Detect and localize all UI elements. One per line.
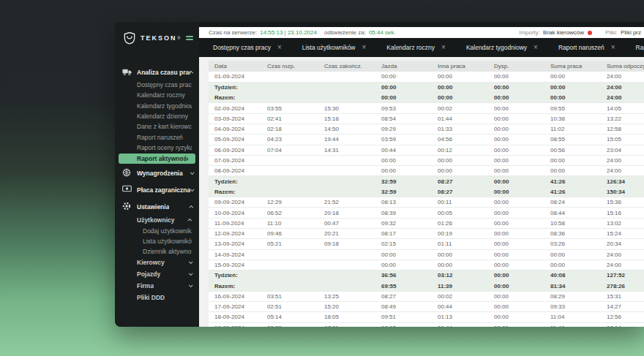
table-cell: 12:29 (267, 197, 324, 208)
tab-close-icon[interactable]: × (611, 44, 615, 51)
imports-label: Importy: (519, 29, 540, 36)
tab-close-icon[interactable]: × (362, 44, 367, 51)
table-cell: Razem: (209, 186, 267, 197)
sidebar-item-label: Analiza czasu pracy (137, 69, 190, 76)
table-cell: 08:27 (381, 291, 438, 301)
files-value[interactable]: Pliki prz (621, 29, 641, 36)
sidebar-item-pliki-ddd[interactable]: Pliki DDD (115, 292, 199, 303)
sidebar-item-dziennik-aktywności[interactable]: Dziennik aktywności (115, 246, 199, 257)
sidebar-item-label: Dziennik aktywności (143, 248, 192, 255)
table-cell: 14:05 (607, 103, 644, 113)
tab-raport-naruszeń[interactable]: Raport naruszeń× (548, 38, 626, 57)
table-row-05-09-2024[interactable]: 05-09-202404:2319:4403:5904:5600:0008:55… (209, 135, 644, 145)
table-cell: 09:32 (381, 218, 438, 228)
table-cell: 02:15 (381, 239, 438, 249)
sidebar-item-label: Raport naruszeń (137, 134, 183, 141)
table-cell: Tydzień: (209, 176, 267, 186)
sidebar-item-kalendarz-roczny[interactable]: Kalendarz roczny (115, 90, 199, 100)
table-row-10-09-2024[interactable]: 10-09-202406:5220:1808:3900:0500:0008:44… (209, 208, 644, 218)
sidebar-item-dane-z-kart-kierowców[interactable]: Dane z kart kierowców (115, 121, 199, 132)
table-cell (267, 281, 324, 291)
table-cell: 15:36 (607, 197, 644, 208)
sidebar-item-dodaj-użytkownika[interactable]: Dodaj użytkownika (115, 226, 199, 236)
tab-dostępny-czas-pracy[interactable]: Dostępny czas pracy× (203, 38, 292, 57)
table-row-08-09-2024[interactable]: 08-09-202400:0000:0000:0000:0024:00 (209, 166, 644, 176)
table-cell: 00:47 (324, 218, 381, 228)
column-header-suma-odpoczynku: Suma odpoczynku (607, 61, 644, 72)
table-cell: 24:00 (607, 155, 644, 165)
table-cell: 20:34 (607, 239, 644, 249)
table-row-12-09-2024[interactable]: 12-09-202409:4620:2108:1700:1900:0008:36… (209, 228, 644, 238)
sidebar-item-kalendarz-dzienny[interactable]: Kalendarz dzienny (115, 111, 199, 121)
sidebar-item-dostępny-czas-pracy[interactable]: Dostępny czas pracy (115, 80, 199, 90)
table-cell: 00:00 (494, 270, 550, 281)
table-row-17-09-2024[interactable]: 17-09-202402:5115:2008:4900:4400:0009:33… (209, 302, 644, 312)
table-cell: 69:55 (381, 281, 438, 291)
table-row-02-09-2024[interactable]: 02-09-202403:5515:3009:5300:0200:0009:55… (209, 103, 644, 113)
table-row-18-09-2024[interactable]: 18-09-202405:1418:0509:5101:1300:0011:04… (209, 312, 644, 322)
table-cell: 00:00 (550, 166, 607, 176)
table-cell: 00:11 (438, 197, 494, 208)
table-row-13-09-2024[interactable]: 13-09-202405:2109:1802:1501:1100:0003:26… (209, 239, 644, 249)
table-cell: 08:54 (381, 113, 438, 124)
table-cell: 00:00 (438, 155, 494, 165)
tab-kalendarz-tygodniowy[interactable]: Kalendarz tygodniowy× (456, 38, 548, 57)
table-row-07-09-2024[interactable]: 07-09-202400:0000:0000:0000:0024:00 (209, 155, 644, 165)
table-cell: 00:00 (494, 113, 550, 124)
table-cell: 03-09-2024 (209, 113, 267, 124)
table-row-04-09-2024[interactable]: 04-09-202402:1814:5009:2901:3300:0011:02… (209, 124, 644, 134)
table-cell: 15:16 (607, 208, 644, 218)
table-cell (324, 166, 381, 176)
sidebar-item-płaca-zagraniczna[interactable]: Płaca zagraniczna (115, 183, 199, 197)
tab-close-icon[interactable]: × (277, 44, 282, 51)
table-cell: 08:27 (438, 176, 494, 186)
sidebar-item-raport-naruszeń[interactable]: Raport naruszeń (115, 132, 199, 142)
table-cell: 19:44 (324, 135, 381, 145)
sidebar-item-użytkownicy[interactable]: Użytkownicy (115, 214, 199, 226)
sidebar-item-raport-aktywności[interactable]: Raport aktywności (119, 154, 195, 164)
table-row-01-09-2024[interactable]: 01-09-202400:0000:0000:0000:0024:00 (209, 72, 644, 82)
sidebar-item-analiza-czasu-pracy[interactable]: Analiza czasu pracy (115, 65, 199, 80)
table-cell: 19-09-2024 (209, 322, 267, 327)
sidebar-item-pojazdy[interactable]: Pojazdy (115, 268, 199, 280)
table-row-09-09-2024[interactable]: 09-09-202412:2921:5208:1300:1100:0008:24… (209, 197, 644, 208)
table-row-11-09-2024[interactable]: 11-09-202411:1000:4709:3201:2600:0010:58… (209, 218, 644, 228)
column-header-dysp: Dysp. (494, 61, 550, 72)
table-row-14-09-2024[interactable]: 14-09-202400:0000:0000:0000:0024:00 (209, 249, 644, 260)
table-row-06-09-2024[interactable]: 06-09-202407:0414:3100:4400:1200:0000:56… (209, 145, 644, 155)
sidebar-item-kierowcy[interactable]: Kierowcy (115, 257, 199, 268)
table-cell: 00:00 (494, 166, 550, 176)
table-cell: 17:01 (324, 322, 381, 327)
tab-raport-oceny-ryzyka[interactable]: Raport oceny ryzyka× (626, 38, 644, 57)
table-cell: 00:44 (381, 145, 438, 155)
sidebar-item-lista-użytkowników[interactable]: Lista użytkowników (115, 236, 199, 246)
table-cell: 03:51 (267, 291, 324, 301)
table-cell: 11:04 (550, 312, 607, 322)
table-cell: 00:00 (550, 72, 607, 82)
table-row-15-09-2024[interactable]: 15-09-202400:0000:0000:0000:0024:00 (209, 260, 644, 270)
tab-lista-użytkowników[interactable]: Lista użytkowników× (292, 38, 377, 57)
sidebar-item-ustawienia[interactable]: Ustawienia (115, 200, 199, 214)
table-cell (267, 176, 324, 186)
sidebar-item-wynagrodzenia[interactable]: Wynagrodzenia (115, 166, 199, 181)
table-cell: 127:52 (607, 270, 644, 281)
imports-value[interactable]: Brak kierowców (543, 29, 584, 36)
tab-close-icon[interactable]: × (533, 44, 538, 51)
table-cell: 36:56 (381, 270, 438, 281)
menu-hamburger-icon[interactable] (186, 36, 193, 40)
sidebar-item-firma[interactable]: Firma (115, 280, 199, 292)
table-row-19-09-2024[interactable]: 19-09-202403:0517:0110:0201:4400:0011:46… (209, 322, 644, 327)
sidebar-item-kalendarz-tygodniowy[interactable]: Kalendarz tygodniowy (115, 101, 199, 111)
table-cell: 00:00 (494, 145, 550, 155)
refresh-label: odświeżenie za: (324, 29, 366, 36)
table-cell: 05:21 (267, 239, 324, 249)
table-cell: 17-09-2024 (209, 302, 267, 312)
sidebar-item-raport-oceny-ryzyka[interactable]: Raport oceny ryzyka (115, 143, 199, 153)
table-cell: 00:19 (438, 228, 494, 238)
tab-close-icon[interactable]: × (441, 44, 446, 51)
table-cell: 10:58 (550, 218, 607, 228)
tab-kalendarz-roczny[interactable]: Kalendarz roczny× (376, 38, 456, 57)
table-cell: 01:13 (438, 312, 494, 322)
table-row-16-09-2024[interactable]: 16-09-202403:5113:2508:2700:0200:0008:29… (209, 291, 644, 301)
table-row-03-09-2024[interactable]: 03-09-202402:4115:1808:5401:4400:0010:38… (209, 113, 644, 124)
